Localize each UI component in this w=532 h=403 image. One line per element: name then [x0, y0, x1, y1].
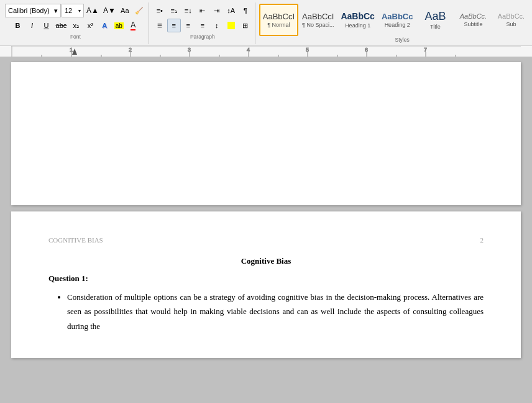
svg-rect-0: [0, 46, 532, 57]
font-section: Calibri (Body) ▾ 12 ▾ A▲ A▼ Aa 🧹: [2, 2, 149, 44]
numbering-button[interactable]: ≡₁: [167, 4, 181, 17]
change-case-button[interactable]: Aa: [118, 4, 132, 17]
align-left-button[interactable]: ≡: [153, 19, 167, 32]
style-subtitle-label: Subtitle: [464, 21, 482, 27]
page-2[interactable]: COGNITIVE BIAS 2 Cognitive Bias Question…: [11, 211, 521, 358]
font-section-label: Font: [70, 34, 81, 40]
decrease-indent-button[interactable]: ⇤: [196, 4, 209, 17]
subscript-button[interactable]: x₂: [69, 19, 83, 32]
svg-text:4: 4: [247, 47, 250, 53]
bold-button[interactable]: B: [11, 19, 25, 32]
paragraph-section-label: Paragraph: [190, 34, 215, 40]
page-2-content: COGNITIVE BIAS 2 Cognitive Bias Question…: [11, 211, 521, 358]
svg-text:3: 3: [188, 47, 191, 53]
align-center-button[interactable]: ≡: [167, 19, 181, 32]
style-no-spacing-label: ¶ No Spaci...: [302, 22, 334, 28]
page-header: COGNITIVE BIAS 2: [48, 236, 484, 244]
superscript-button[interactable]: x²: [83, 19, 97, 32]
page-1: [11, 62, 521, 205]
page-number: 2: [480, 236, 484, 244]
style-subtitle-preview: AaBbCc.: [460, 12, 487, 21]
shrink-font-button[interactable]: A▼: [101, 4, 117, 17]
style-sub-preview: AaBbCc.: [498, 12, 525, 21]
doc-title: Cognitive Bias: [48, 256, 484, 266]
style-sub-label: Sub: [506, 21, 516, 27]
svg-text:6: 6: [365, 47, 368, 53]
italic-button[interactable]: I: [25, 19, 39, 32]
text-effects-button[interactable]: A: [98, 19, 111, 32]
style-title-label: Title: [430, 24, 441, 30]
doc-question: Question 1:: [48, 274, 484, 284]
bullet-list: Consideration of multiple options can be…: [55, 290, 484, 333]
justify-button[interactable]: ≡: [196, 19, 209, 32]
document-area: COGNITIVE BIAS 2 Cognitive Bias Question…: [0, 57, 532, 386]
multilevel-list-button[interactable]: ≡↓: [181, 4, 195, 17]
highlight-button[interactable]: ab: [112, 19, 126, 32]
font-size-input[interactable]: 12 ▾: [62, 4, 84, 17]
underline-button[interactable]: U: [40, 19, 53, 32]
style-heading2-preview: AaBbCc: [382, 12, 413, 22]
style-title-button[interactable]: AaB Title: [416, 4, 454, 36]
style-heading1-button[interactable]: AaBbCc Heading 1: [337, 4, 377, 36]
style-normal-label: ¶ Normal: [267, 22, 290, 28]
style-heading1-label: Heading 1: [345, 22, 370, 29]
grow-font-button[interactable]: A▲: [85, 4, 101, 17]
strikethrough-button[interactable]: abc: [54, 19, 69, 32]
align-right-button[interactable]: ≡: [181, 19, 195, 32]
svg-text:5: 5: [306, 47, 309, 53]
ruler: 1 2 3 4 5 6 7: [0, 46, 532, 57]
style-heading2-button[interactable]: AaBbCc Heading 2: [378, 4, 416, 36]
style-normal-button[interactable]: AaBbCcI ¶ Normal: [259, 4, 298, 36]
styles-section: AaBbCcI ¶ Normal AaBbCcI ¶ No Spaci... A…: [257, 2, 532, 44]
toolbar: Calibri (Body) ▾ 12 ▾ A▲ A▼ Aa 🧹: [0, 0, 532, 46]
ruler-svg: 1 2 3 4 5 6 7: [0, 46, 532, 57]
bullet-item-1: Consideration of multiple options can be…: [67, 290, 484, 333]
styles-section-label: Styles: [259, 37, 532, 43]
clear-format-button[interactable]: 🧹: [132, 4, 146, 17]
style-title-preview: AaB: [424, 10, 446, 24]
increase-indent-button[interactable]: ⇥: [210, 4, 224, 17]
sort-button[interactable]: ↕A: [224, 4, 238, 17]
shading-button[interactable]: [224, 19, 238, 32]
font-color-button[interactable]: A: [126, 19, 140, 32]
style-subtitle-button[interactable]: AaBbCc. Subtitle: [454, 4, 492, 36]
bullets-button[interactable]: ≡•: [153, 4, 167, 17]
line-spacing-button[interactable]: ↕: [210, 19, 224, 32]
svg-text:1: 1: [70, 47, 73, 53]
borders-button[interactable]: ⊞: [239, 19, 252, 32]
style-sub-button[interactable]: AaBbCc. Sub: [492, 4, 530, 36]
style-heading1-preview: AaBbCc: [341, 11, 374, 22]
font-name-dropdown[interactable]: Calibri (Body) ▾: [5, 4, 61, 17]
style-no-spacing-preview: AaBbCcI: [302, 12, 334, 22]
style-no-spacing-button[interactable]: AaBbCcI ¶ No Spaci...: [299, 4, 337, 36]
svg-text:7: 7: [424, 47, 427, 53]
style-heading2-label: Heading 2: [385, 22, 410, 28]
svg-text:2: 2: [129, 47, 132, 53]
svg-rect-1: [11, 46, 12, 57]
page-header-left: COGNITIVE BIAS: [48, 236, 103, 244]
style-normal-preview: AaBbCcI: [263, 12, 295, 22]
paragraph-section: ≡• ≡₁ ≡↓ ⇤ ⇥ ↕A ¶ ≡ ≡ ≡ ≡ ↕ ⊞ Paragraph: [150, 2, 255, 44]
show-formatting-button[interactable]: ¶: [239, 4, 252, 17]
